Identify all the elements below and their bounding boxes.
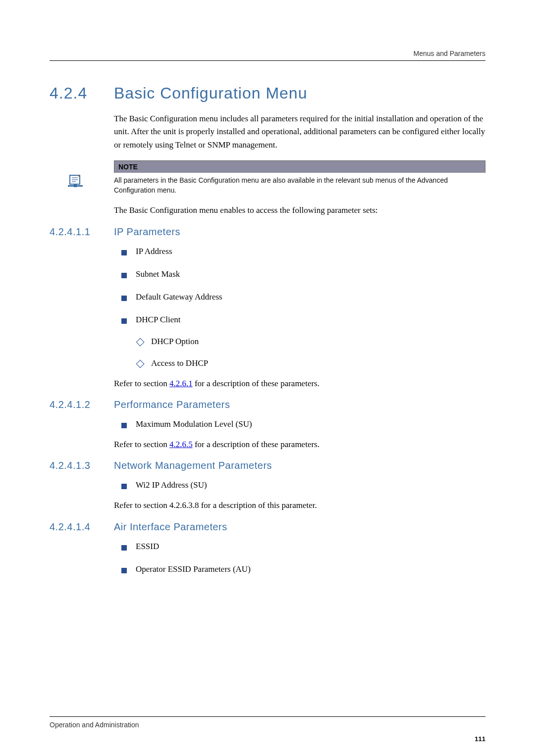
after-note-text: The Basic Configuration menu enables to … [114, 204, 485, 217]
diamond-icon [136, 338, 145, 346]
list-item-label: ESSID [136, 542, 159, 552]
list-item-label: Wi2 IP Address (SU) [136, 480, 207, 490]
refer-pre: Refer to section [114, 379, 169, 388]
list-item-label: Default Gateway Address [136, 292, 222, 302]
note-label: NOTE [114, 160, 485, 173]
bullet-list: Wi2 IP Address (SU) [121, 480, 485, 490]
subsection-number: 4.2.4.1.3 [50, 460, 114, 471]
list-item: DHCP Client [121, 315, 485, 325]
subsection-number: 4.2.4.1.1 [50, 226, 114, 238]
note-block: NOTE All parameters in the Basic Configu… [114, 160, 485, 195]
list-item-label: Maximum Modulation Level (SU) [136, 419, 252, 429]
footer: Operation and Administration 111 [50, 716, 485, 729]
subsection-heading: 4.2.4.1.3 Network Management Parameters [50, 460, 485, 471]
page-content: 4.2.4 Basic Configuration Menu The Basic… [50, 84, 485, 574]
subsection-heading: 4.2.4.1.2 Performance Parameters [50, 399, 485, 410]
subsection-title: IP Parameters [114, 226, 180, 238]
refer-pre: Refer to section [114, 440, 169, 449]
list-item: Default Gateway Address [121, 292, 485, 302]
section-link[interactable]: 4.2.6.1 [169, 379, 193, 388]
note-icon [67, 174, 84, 189]
list-item-label: DHCP Client [136, 315, 181, 325]
bullet-list: Maximum Modulation Level (SU) [121, 419, 485, 429]
header-rule [50, 60, 485, 61]
list-item: Operator ESSID Parameters (AU) [121, 564, 485, 574]
svg-rect-5 [74, 184, 77, 187]
section-number: 4.2.4 [50, 84, 114, 102]
section-link[interactable]: 4.2.6.5 [169, 440, 193, 449]
list-item: ESSID [121, 542, 485, 552]
running-header-right: Menus and Parameters [413, 50, 485, 57]
subsection-heading: 4.2.4.1.1 IP Parameters [50, 226, 485, 238]
bullet-icon [121, 318, 127, 324]
list-item: IP Address [121, 247, 485, 256]
sub-list-item: DHCP Option [137, 337, 485, 347]
refer-text: Refer to section 4.2.6.3.8 for a descrip… [114, 499, 485, 512]
footer-rule [50, 716, 485, 717]
bullet-icon [121, 250, 127, 255]
list-item-label: Subnet Mask [136, 269, 180, 279]
diamond-icon [136, 359, 145, 368]
bullet-icon [121, 273, 127, 278]
sub-list-item-label: DHCP Option [151, 337, 199, 347]
sub-list-item-label: Access to DHCP [151, 358, 208, 368]
subsection-title: Performance Parameters [114, 399, 230, 410]
subsection-number: 4.2.4.1.2 [50, 399, 114, 410]
section-heading: 4.2.4 Basic Configuration Menu [50, 84, 485, 102]
bullet-icon [121, 545, 127, 551]
refer-text: Refer to section 4.2.6.5 for a descripti… [114, 438, 485, 451]
list-item-label: IP Address [136, 247, 172, 256]
footer-left: Operation and Administration [50, 721, 485, 729]
refer-post: for a description of these parameters. [193, 440, 320, 449]
intro-paragraph: The Basic Configuration menu includes al… [114, 112, 485, 151]
list-item: Subnet Mask [121, 269, 485, 279]
bullet-icon [121, 423, 127, 428]
bullet-list: IP Address Subnet Mask Default Gateway A… [121, 247, 485, 368]
list-item-label: Operator ESSID Parameters (AU) [136, 564, 251, 574]
subsection-title: Air Interface Parameters [114, 521, 227, 533]
page-number: 111 [475, 735, 485, 743]
refer-text: Refer to section 4.2.6.1 for a descripti… [114, 377, 485, 390]
refer-post: for a description of these parameters. [193, 379, 320, 388]
bullet-icon [121, 296, 127, 301]
bullet-icon [121, 568, 127, 573]
list-item: Maximum Modulation Level (SU) [121, 419, 485, 429]
subsection-title: Network Management Parameters [114, 460, 272, 471]
bullet-list: ESSID Operator ESSID Parameters (AU) [121, 542, 485, 574]
subsection-number: 4.2.4.1.4 [50, 521, 114, 533]
subsection-heading: 4.2.4.1.4 Air Interface Parameters [50, 521, 485, 533]
section-title: Basic Configuration Menu [114, 84, 307, 102]
sub-list-item: Access to DHCP [137, 358, 485, 368]
note-text: All parameters in the Basic Configuratio… [114, 173, 485, 195]
list-item: Wi2 IP Address (SU) [121, 480, 485, 490]
bullet-icon [121, 484, 127, 489]
